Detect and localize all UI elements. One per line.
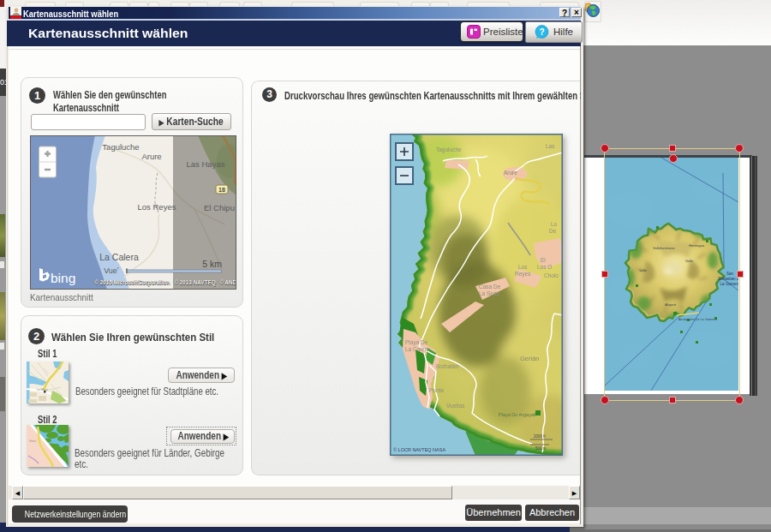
svg-text:Playa De Argayall: Playa De Argayall bbox=[499, 412, 535, 417]
svg-text:Los Reyes: Los Reyes bbox=[138, 202, 176, 212]
svg-text:bing: bing bbox=[51, 271, 75, 285]
svg-text:Taguluche: Taguluche bbox=[436, 146, 462, 153]
svg-text:Gerián: Gerián bbox=[520, 355, 540, 362]
svg-text:Cholo: Cholo bbox=[544, 272, 559, 278]
svg-text:18: 18 bbox=[218, 187, 225, 193]
svg-text:Los O: Los O bbox=[537, 264, 552, 270]
svg-text:Arure: Arure bbox=[504, 170, 517, 176]
svg-text:© 2015 MicrosoftCorporation: © 2015 MicrosoftCorporation bbox=[94, 279, 170, 286]
svg-text:5 km: 5 km bbox=[202, 259, 222, 269]
svg-text:Verin: Verin bbox=[29, 439, 36, 443]
svg-text:Vueltas: Vueltas bbox=[446, 403, 465, 409]
svg-text:Casa De: Casa De bbox=[479, 284, 501, 290]
svg-text:La Calera: La Calera bbox=[405, 346, 430, 352]
svg-text:Los: Los bbox=[518, 264, 528, 270]
svg-text:El Chipu: El Chipu bbox=[204, 203, 235, 212]
svg-text:© 2013 NAVTEQ: © 2013 NAVTEQ bbox=[174, 279, 216, 286]
svg-text:Taguluche: Taguluche bbox=[102, 142, 139, 152]
svg-text:2000 ft: 2000 ft bbox=[534, 434, 547, 439]
svg-text:La Seda: La Seda bbox=[479, 290, 500, 296]
svg-text:Reyes: Reyes bbox=[515, 271, 531, 278]
svg-text:© LOCR NAVTEQ NASA: © LOCR NAVTEQ NASA bbox=[393, 447, 445, 452]
svg-text:© AND: © AND bbox=[219, 279, 236, 285]
svg-text:De: De bbox=[549, 228, 557, 234]
svg-text:Lo: Lo bbox=[551, 221, 558, 227]
svg-text:Punta: Punta bbox=[429, 387, 444, 393]
svg-text:Vueʼ: Vueʼ bbox=[104, 266, 119, 275]
svg-text:Playa De: Playa De bbox=[405, 339, 428, 346]
svg-text:?: ? bbox=[539, 27, 544, 37]
svg-text:Arure: Arure bbox=[141, 152, 161, 161]
svg-text:La Mare: La Mare bbox=[37, 388, 48, 392]
svg-text:Borbalán: Borbalán bbox=[436, 363, 458, 369]
svg-text:El: El bbox=[541, 257, 546, 263]
svg-text:Las: Las bbox=[546, 143, 555, 149]
svg-text:Las Hayas: Las Hayas bbox=[187, 159, 225, 169]
svg-text:500 m: 500 m bbox=[535, 446, 547, 451]
svg-text:La Calera: La Calera bbox=[99, 252, 139, 262]
